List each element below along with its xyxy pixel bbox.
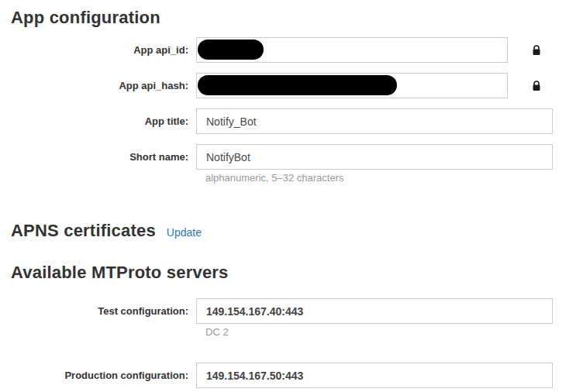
api-hash-input-wrap (196, 73, 508, 98)
spacer (0, 338, 583, 363)
short-name-input-wrap (196, 144, 553, 170)
app-title-label: App title: (0, 108, 188, 134)
test-config-input-wrap (196, 298, 553, 324)
update-link[interactable]: Update (167, 226, 202, 239)
mtproto-heading: Available MTProto servers (11, 263, 583, 283)
apns-heading: APNS certificates (11, 221, 156, 241)
production-config-row: Production configuration: (0, 363, 583, 388)
short-name-row: Short name: (0, 144, 583, 170)
test-config-hint: DC 2 (196, 326, 583, 338)
api-hash-row: App api_hash: (0, 73, 583, 98)
lock-icon (532, 81, 541, 91)
api-id-input-wrap (196, 37, 508, 63)
lock-icon (532, 45, 541, 56)
test-config-row: Test configuration: (0, 298, 583, 324)
api-hash-redaction-overlay (198, 75, 397, 95)
production-config-input[interactable] (196, 363, 553, 388)
production-config-input-wrap (196, 363, 553, 388)
short-name-hint: alphanumeric, 5–32 characters (196, 172, 583, 184)
api-hash-label: App api_hash: (0, 73, 188, 98)
production-config-label: Production configuration: (0, 363, 188, 388)
api-id-row: App api_id: (0, 37, 583, 63)
app-configuration-heading: App configuration (11, 8, 583, 28)
app-title-input-wrap (196, 108, 553, 134)
test-config-input[interactable] (196, 298, 553, 324)
short-name-input[interactable] (196, 144, 553, 170)
app-title-input[interactable] (196, 108, 553, 134)
api-id-label: App api_id: (0, 37, 188, 63)
test-config-label: Test configuration: (0, 298, 188, 324)
api-id-redaction-overlay (198, 40, 264, 60)
short-name-label: Short name: (0, 144, 188, 170)
apns-heading-row: APNS certificates Update (11, 221, 583, 241)
app-title-row: App title: (0, 108, 583, 134)
app-configuration-page: App configuration App api_id: App api_ha… (0, 0, 583, 392)
